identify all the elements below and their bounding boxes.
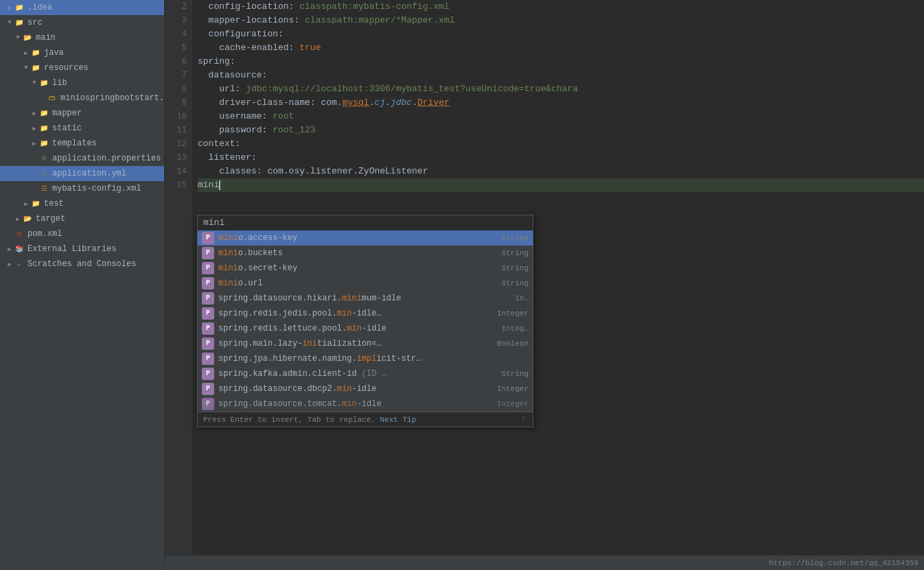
code-line-9: driver-class-name: com.mysql.cj.jdbc.Dri…: [198, 96, 924, 110]
sidebar-label: mybatis-config.xml: [52, 184, 141, 193]
ac-item-label: spring.redis.jedis.pool.min-idle…: [218, 307, 492, 320]
ac-item-label: minio.secret-key: [218, 261, 496, 275]
status-url: https://blog.csdn.net/qq_42154359: [769, 559, 919, 567]
sidebar-label: templates: [52, 139, 97, 148]
sidebar-label: miniospringbootstart.jar: [60, 93, 165, 103]
sidebar-item-templates[interactable]: ▶ 📁 templates: [0, 136, 164, 151]
ac-item-label: spring.datasource.tomcat.min-idle: [218, 397, 492, 411]
property-icon: P: [202, 307, 214, 320]
autocomplete-item-5[interactable]: P spring.datasource.hikari.minimum-idle …: [198, 291, 533, 306]
properties-icon: ⚙: [38, 153, 49, 164]
property-icon: P: [202, 353, 214, 365]
sidebar-item-lib[interactable]: ▼ 📁 lib: [0, 75, 164, 91]
sidebar-item-src[interactable]: ▼ 📁 src: [0, 15, 164, 30]
sidebar-label: application.yml: [52, 169, 126, 178]
autocomplete-item-12[interactable]: P spring.datasource.tomcat.min-idle Inte…: [198, 396, 533, 412]
sidebar-item-application-properties[interactable]: ▶ ⚙ application.properties: [0, 151, 164, 166]
autocomplete-item-9[interactable]: P spring.jpa.hibernate.naming.implicit-s…: [198, 351, 533, 366]
folder-icon: 📁: [38, 123, 49, 134]
arrow-icon: ▼: [22, 64, 30, 72]
property-icon: P: [202, 368, 214, 380]
sidebar-label: test: [44, 199, 64, 209]
autocomplete-item-7[interactable]: P spring.redis.lettuce.pool.min-idle Int…: [198, 321, 533, 336]
next-tip: Next Tip: [380, 416, 416, 424]
ac-item-type: String: [501, 367, 529, 381]
yml-icon: ⚙: [38, 168, 49, 179]
sidebar-label: External Libraries: [27, 244, 117, 254]
sidebar-item-resources[interactable]: ▼ 📁 resources: [0, 60, 164, 75]
sidebar-item-scratches[interactable]: ▶ ✏ Scratches and Consoles: [0, 257, 164, 272]
ac-item-label: spring.redis.lettuce.pool.min-idle: [218, 322, 496, 335]
sidebar-label: src: [27, 18, 43, 27]
file-tree[interactable]: ▶ 📁 .idea ▼ 📁 src ▼ 📂 main ▶ 📁 java ▼ 📁 …: [0, 0, 165, 570]
sidebar-label: target: [36, 214, 65, 224]
sidebar-item-java[interactable]: ▶ 📁 java: [0, 45, 164, 60]
arrow-icon: ▶: [30, 109, 38, 117]
sidebar-label: Scratches and Consoles: [27, 259, 136, 269]
jar-icon: 🗃: [47, 93, 58, 104]
sidebar-item-mapper[interactable]: ▶ 📁 mapper: [0, 106, 164, 121]
code-editor[interactable]: config-location: classpath:mybatis-confi…: [192, 0, 924, 555]
ac-item-type: In…: [515, 292, 529, 305]
ac-item-label: spring.kafka.admin.client-id (ID …: [218, 367, 496, 381]
arrow-icon: ▶: [30, 139, 38, 147]
more-icon[interactable]: ⋮: [520, 413, 527, 427]
folder-icon: 📁: [14, 2, 25, 13]
autocomplete-item-3[interactable]: P minio.secret-key String: [198, 261, 533, 276]
sidebar-item-target[interactable]: ▶ 📂 target: [0, 211, 164, 226]
code-line-7: datasource:: [198, 69, 924, 82]
code-area: 2 3 4 5 6 7 8 9 10 11 12 13 14 15 config…: [165, 0, 924, 555]
sidebar-item-external-libraries[interactable]: ▶ 📚 External Libraries: [0, 241, 164, 257]
sidebar-item-test[interactable]: ▶ 📁 test: [0, 196, 164, 211]
autocomplete-item-6[interactable]: P spring.redis.jedis.pool.min-idle… Inte…: [198, 306, 533, 321]
sidebar-label: resources: [44, 63, 89, 73]
autocomplete-item-4[interactable]: P minio.url String: [198, 276, 533, 291]
sidebar-item-application-yml[interactable]: ▶ ⚙ application.yml: [0, 166, 164, 181]
sidebar-item-static[interactable]: ▶ 📁 static: [0, 121, 164, 136]
ac-item-label: spring.main.lazy-initialization=…: [218, 337, 492, 351]
library-icon: 📚: [14, 244, 25, 254]
ac-item-type: Integ…: [501, 322, 529, 335]
autocomplete-item-8[interactable]: P spring.main.lazy-initialization=… Bool…: [198, 336, 533, 351]
folder-icon: 📁: [38, 108, 49, 119]
ac-item-type: Integer: [497, 307, 529, 320]
arrow-icon: ▼: [30, 79, 38, 87]
arrow-icon: ▶: [14, 215, 22, 223]
ac-item-type: String: [501, 261, 529, 275]
autocomplete-item-2[interactable]: P minio.buckets String: [198, 246, 533, 261]
editor-content[interactable]: 2 3 4 5 6 7 8 9 10 11 12 13 14 15 config…: [165, 0, 924, 555]
sidebar-label: lib: [52, 78, 67, 88]
sidebar-item-mybatis-config[interactable]: ▶ ☰ mybatis-config.xml: [0, 181, 164, 196]
folder-icon: 📁: [38, 78, 49, 88]
ac-item-label: spring.datasource.hikari.minimum-idle: [218, 292, 509, 305]
autocomplete-dropdown[interactable]: mini P minio.access-key String P: [197, 215, 533, 427]
arrow-icon: ▶: [5, 245, 14, 253]
code-line-11: password: root_123: [198, 123, 924, 137]
folder-icon: 📁: [30, 62, 41, 73]
sidebar-label: .idea: [27, 3, 52, 12]
folder-icon: 📁: [38, 138, 49, 149]
code-line-10: username: root: [198, 110, 924, 123]
ac-item-type: String: [501, 246, 529, 260]
sidebar-item-minispring-jar[interactable]: ▶ 🗃 miniospringbootstart.jar: [0, 91, 164, 106]
folder-icon: 📁: [30, 47, 41, 58]
sidebar-label: pom.xml: [27, 229, 62, 239]
sidebar-item-idea[interactable]: ▶ 📁 .idea: [0, 0, 164, 15]
arrow-icon: ▼: [5, 19, 14, 27]
property-icon: P: [202, 383, 214, 395]
sidebar-item-pom[interactable]: ▶ m pom.xml: [0, 226, 164, 241]
code-line-15: mini: [198, 178, 924, 192]
folder-icon: 📂: [22, 213, 33, 224]
ac-item-type: Integer: [497, 382, 529, 396]
sidebar-label: application.properties: [52, 154, 161, 163]
code-line-4: configuration:: [198, 27, 924, 41]
sidebar-label: java: [44, 48, 64, 58]
ac-item-label: minio.access-key: [218, 231, 496, 245]
autocomplete-item-1[interactable]: P minio.access-key String: [198, 230, 533, 246]
folder-icon: 📁: [30, 198, 41, 209]
autocomplete-item-11[interactable]: P spring.datasource.dbcp2.min-idle Integ…: [198, 381, 533, 396]
autocomplete-item-10[interactable]: P spring.kafka.admin.client-id (ID … Str…: [198, 366, 533, 381]
arrow-icon: ▶: [5, 260, 14, 268]
sidebar-item-main[interactable]: ▼ 📂 main: [0, 30, 164, 45]
scratches-icon: ✏: [14, 259, 25, 270]
